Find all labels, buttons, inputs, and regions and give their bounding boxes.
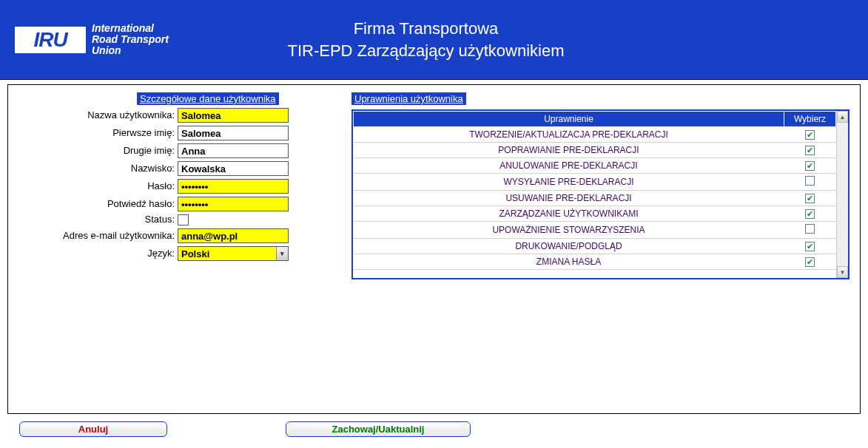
permission-select-cell: ✔ [784, 254, 836, 270]
logo-box: IRU [15, 27, 86, 53]
middlename-input[interactable] [178, 143, 289, 158]
table-row: ZMIANA HASŁA✔ [354, 254, 836, 270]
status-checkbox[interactable] [178, 214, 189, 225]
permission-checkbox[interactable] [805, 176, 815, 186]
permission-checkbox[interactable]: ✔ [805, 209, 815, 219]
confirm-password-input[interactable] [178, 197, 289, 211]
page-title-2: TIR-EPD Zarządzający użytkownikiem [169, 41, 683, 61]
firstname-label: Pierwsze imię: [18, 128, 178, 138]
password-input[interactable] [178, 179, 289, 194]
table-row: UPOWAŻNIENIE STOWARZYSZENIA [354, 222, 836, 239]
table-row: ZARZĄDZANIE UŻYTKOWNIKAMI✔ [354, 206, 836, 222]
banner-titles: Firma Transportowa TIR-EPD Zarządzający … [169, 19, 683, 61]
permission-select-cell: ✔ [784, 239, 836, 254]
scroll-down-icon[interactable]: ▼ [837, 266, 848, 278]
permission-name: UPOWAŻNIENIE STOWARZYSZENIA [354, 222, 784, 239]
save-button[interactable]: Zachowaj/Uaktualnij [286, 421, 471, 437]
content-frame: Szczegółowe dane użytkownika Nazwa użytk… [7, 84, 861, 414]
permission-checkbox[interactable]: ✔ [805, 257, 815, 267]
email-label: Adres e-mail użytkownika: [18, 231, 178, 241]
permission-name: ANULOWANIE PRE-DEKLARACJI [354, 158, 784, 174]
permissions-scrollbar[interactable]: ▲ ▼ [836, 111, 848, 278]
status-label: Status: [18, 214, 178, 225]
permission-select-cell: ✔ [784, 143, 836, 158]
table-row: ANULOWANIE PRE-DEKLARACJI✔ [354, 158, 836, 174]
lastname-input[interactable] [178, 161, 289, 176]
table-row: TWORZENIE/AKTUALIZACJA PRE-DEKLARACJI✔ [354, 127, 836, 143]
chevron-down-icon: ▾ [276, 247, 288, 260]
permission-checkbox[interactable]: ✔ [805, 161, 815, 171]
permission-select-cell: ✔ [784, 127, 836, 143]
permission-checkbox[interactable] [805, 224, 815, 234]
password-label: Hasło: [18, 181, 178, 191]
permission-name: USUWANIE PRE-DEKLARACJI [354, 191, 784, 206]
permission-checkbox[interactable]: ✔ [805, 242, 815, 251]
permissions-table: Uprawnienie Wybierz TWORZENIE/AKTUALIZAC… [353, 111, 836, 270]
permission-select-cell: ✔ [784, 158, 836, 174]
logo-tagline: International Road Transport Union [92, 23, 169, 55]
permission-select-cell: ✔ [784, 206, 836, 222]
user-details-heading: Szczegółowe dane użytkownika [137, 92, 279, 105]
table-row: DRUKOWANIE/PODGLĄD✔ [354, 239, 836, 254]
button-row: Anuluj Zachowaj/Uaktualnij [19, 421, 861, 437]
permission-checkbox[interactable]: ✔ [805, 146, 815, 155]
permission-name: POPRAWIANIE PRE-DEKLARACJI [354, 143, 784, 158]
language-select[interactable]: Polski ▾ [178, 246, 289, 261]
username-input[interactable] [178, 108, 289, 123]
cancel-button[interactable]: Anuluj [19, 421, 167, 437]
table-row: WYSYŁANIE PRE-DEKLARACJI [354, 174, 836, 191]
language-value: Polski [181, 248, 209, 259]
logo-acronym: IRU [33, 28, 67, 52]
logo: IRU International Road Transport Union [15, 23, 169, 55]
scroll-up-icon[interactable]: ▲ [837, 111, 848, 123]
permission-select-cell [784, 174, 836, 191]
permission-name: ZARZĄDZANIE UŻYTKOWNIKAMI [354, 206, 784, 222]
permission-name: TWORZENIE/AKTUALIZACJA PRE-DEKLARACJI [354, 127, 784, 143]
page-title-1: Firma Transportowa [169, 19, 683, 38]
permission-name: ZMIANA HASŁA [354, 254, 784, 270]
col-permission: Uprawnienie [354, 112, 784, 127]
lastname-label: Nazwisko: [18, 163, 178, 174]
permissions-heading: Uprawnienia użytkownika [351, 92, 466, 105]
firstname-input[interactable] [178, 126, 289, 140]
permission-select-cell: ✔ [784, 191, 836, 206]
permission-checkbox[interactable]: ✔ [805, 130, 815, 140]
permission-select-cell [784, 222, 836, 239]
permissions-table-wrap: Uprawnienie Wybierz TWORZENIE/AKTUALIZAC… [351, 109, 850, 279]
middlename-label: Drugie imię: [18, 146, 178, 156]
col-select: Wybierz [784, 112, 836, 127]
permission-name: DRUKOWANIE/PODGLĄD [354, 239, 784, 254]
permissions-panel: Uprawnienia użytkownika Uprawnienie Wybi… [351, 92, 850, 406]
table-row: USUWANIE PRE-DEKLARACJI✔ [354, 191, 836, 206]
user-details-panel: Szczegółowe dane użytkownika Nazwa użytk… [18, 92, 337, 406]
username-label: Nazwa użytkownika: [18, 110, 178, 121]
table-row: POPRAWIANIE PRE-DEKLARACJI✔ [354, 143, 836, 158]
header-banner: IRU International Road Transport Union F… [0, 0, 868, 80]
email-input[interactable] [178, 228, 289, 243]
permission-checkbox[interactable]: ✔ [805, 194, 815, 203]
permission-name: WYSYŁANIE PRE-DEKLARACJI [354, 174, 784, 191]
confirm-password-label: Potwiedź hasło: [18, 199, 178, 209]
language-label: Język: [18, 248, 178, 259]
